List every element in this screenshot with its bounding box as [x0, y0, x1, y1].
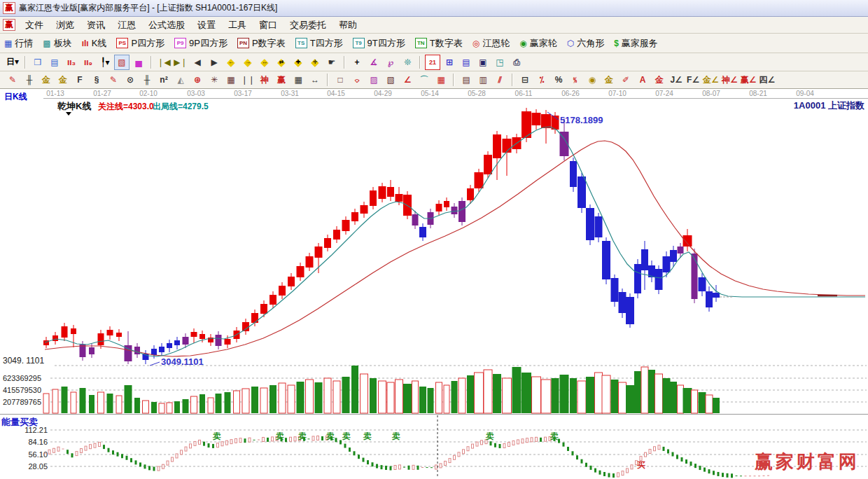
fibonacci-tool[interactable]: F	[72, 72, 88, 88]
angle-line-tool[interactable]: ∠	[400, 72, 415, 88]
spiral-tool[interactable]: §	[89, 72, 104, 88]
bars-3-icon[interactable]: ıı₃	[64, 55, 79, 70]
gann-grid-tool[interactable]: ╫	[22, 72, 37, 88]
percent-tool[interactable]: %	[551, 72, 566, 88]
zoom-in-button[interactable]: ✚	[290, 55, 306, 70]
width-measure-tool[interactable]: ↔	[307, 72, 323, 88]
kx-chart-icon[interactable]: ▧	[114, 55, 130, 70]
toolbar-button-label: 江恩轮	[482, 37, 510, 50]
mark-pencil-tool[interactable]: ✎	[106, 72, 121, 88]
time-grid-tool[interactable]: ▤	[458, 72, 474, 88]
gann-notes-button[interactable]: ℘	[383, 55, 398, 70]
toolbar-button-9P四方形[interactable]: P99P四方形	[174, 37, 227, 50]
percent-line-tool[interactable]: ⁒	[534, 72, 550, 88]
kline-type-selector[interactable]: 乾坤K线	[57, 100, 91, 113]
volume-histogram-icon[interactable]: ▅	[131, 55, 146, 70]
candle-style-dropdown[interactable]: ╿▾	[97, 55, 113, 70]
mark-tool[interactable]: ✐	[618, 72, 634, 88]
channel-tool[interactable]: ⫽	[492, 72, 507, 88]
square-of-nine-tool[interactable]: n²	[156, 72, 172, 88]
toolbar-button-赢家服务[interactable]: $赢家服务	[614, 37, 658, 50]
toolbar-button-T四方形[interactable]: TST四方形	[295, 37, 343, 50]
draw-pencil-tool[interactable]: ✎	[5, 72, 20, 88]
hand-tool-button[interactable]: ☛	[324, 55, 340, 70]
golden-price-tool[interactable]: 金	[55, 72, 71, 88]
kline-chart-canvas[interactable]: 01-1301-2702-1003-0303-1703-3104-1504-29…	[0, 89, 868, 479]
analysis-brain-button[interactable]: ❊	[400, 55, 415, 70]
ying-tool[interactable]: 赢	[274, 72, 289, 88]
box-pattern-tool[interactable]: ▨	[366, 72, 382, 88]
mirror-angle-tool[interactable]: ◭	[173, 72, 188, 88]
menu-item-window[interactable]: 窗口	[253, 17, 284, 34]
ying-angle-tool[interactable]: 赢∠	[740, 72, 757, 88]
angle-measure-button[interactable]: ∡	[366, 55, 382, 70]
nav-next-button[interactable]: ▶	[206, 55, 222, 70]
shen-tool[interactable]: 神	[257, 72, 272, 88]
save-button[interactable]: ▣	[475, 55, 491, 70]
nav-last-button[interactable]: ▶❘	[173, 55, 188, 70]
menu-item-trade[interactable]: 交易委托	[284, 17, 332, 34]
print-button[interactable]: ⎙	[509, 55, 524, 70]
percent-gold-tool[interactable]: ﹪	[568, 72, 583, 88]
gann-star-tool[interactable]: ✳	[206, 72, 222, 88]
menu-item-tools[interactable]: 工具	[222, 17, 253, 34]
gold-underline-tool[interactable]: 金	[601, 72, 617, 88]
calculator-button[interactable]: ⊞	[442, 55, 457, 70]
price-grid-tool[interactable]: ▦	[433, 72, 449, 88]
arc-tool[interactable]: ⌒	[416, 72, 432, 88]
rect-tool[interactable]: □	[332, 72, 348, 88]
crosshair-button[interactable]: +	[349, 55, 365, 70]
expand-h-button[interactable]: ↔	[257, 55, 272, 70]
pan-right-button[interactable]: →	[240, 55, 255, 70]
scale-tool[interactable]: ⊟	[517, 72, 533, 88]
box-pattern2-tool[interactable]: ▧	[383, 72, 398, 88]
toolbar-button-赢家轮[interactable]: ◉赢家轮	[519, 37, 556, 50]
notes-button[interactable]: ▤	[458, 55, 474, 70]
pan-left-button[interactable]: ←	[223, 55, 239, 70]
time-grid2-tool[interactable]: ▥	[475, 72, 491, 88]
toolbar-button-P四方形[interactable]: PSP四方形	[116, 37, 164, 50]
menu-item-news[interactable]: 资讯	[80, 17, 111, 34]
toolbar-button-六角形[interactable]: ⬡六角形	[567, 37, 604, 50]
ruler-123-tool[interactable]: ▦	[290, 72, 306, 88]
kline-type-dropdown-arrow[interactable]	[66, 112, 71, 116]
gold-circle-tool[interactable]: ◉	[584, 72, 600, 88]
gann-web-tool[interactable]: ▦	[223, 72, 239, 88]
parallel-lines-tool[interactable]: ❘❘	[240, 72, 255, 88]
export-web-button[interactable]: ◳	[492, 55, 507, 70]
toolbar-button-行情[interactable]: ▦行情	[4, 37, 33, 50]
fan-lines-tool[interactable]: ⌔	[349, 72, 365, 88]
toolbar-button-板块[interactable]: ▩板块	[43, 37, 71, 50]
menu-item-settings[interactable]: 设置	[191, 17, 222, 34]
circle-cross-tool[interactable]: ⊕	[190, 72, 205, 88]
a-line-tool[interactable]: A	[635, 72, 650, 88]
menu-item-file[interactable]: 文件	[19, 17, 50, 34]
toolbar-button-P数字表[interactable]: PNP数字表	[237, 37, 286, 50]
menu-item-formula-stock-pick[interactable]: 公式选股	[142, 17, 191, 34]
calendar-button[interactable]: 21	[425, 55, 440, 70]
si-angle-tool[interactable]: 四∠	[758, 72, 776, 88]
menu-item-browse[interactable]: 浏览	[50, 17, 80, 34]
nav-first-button[interactable]: ❘◀	[156, 55, 172, 70]
toolbar-button-T数字表[interactable]: TNT数字表	[415, 37, 463, 50]
shen-angle-tool[interactable]: 神∠	[721, 72, 738, 88]
period-day-dropdown[interactable]: 日▾	[5, 55, 20, 70]
compress-h-button[interactable]: ⇄	[274, 55, 289, 70]
toolbar-button-9T四方形[interactable]: T99T四方形	[353, 37, 405, 50]
zoom-out-button[interactable]: ✛	[307, 55, 323, 70]
info-panel-icon[interactable]: ▤	[47, 55, 62, 70]
gold-red-tool[interactable]: 金	[652, 72, 667, 88]
j-angle-tool[interactable]: J∠	[668, 72, 684, 88]
dense-grid-tool[interactable]: ╫	[139, 72, 155, 88]
menu-item-gann[interactable]: 江恩	[111, 17, 142, 34]
f-angle-tool[interactable]: F∠	[685, 72, 701, 88]
bars-9-icon[interactable]: ıı₉	[80, 55, 96, 70]
nav-prev-button[interactable]: ◀	[190, 55, 205, 70]
gold-angle-tool[interactable]: 金∠	[702, 72, 720, 88]
golden-section-tool[interactable]: 金	[38, 72, 54, 88]
toolbar-button-江恩轮[interactable]: ◎江恩轮	[472, 37, 510, 50]
menu-item-help[interactable]: 帮助	[332, 17, 363, 34]
gann-circle-tool[interactable]: ⊙	[122, 72, 138, 88]
chart-layout-icon[interactable]: ❒	[30, 55, 46, 70]
toolbar-button-K线[interactable]: ılıK线	[82, 37, 107, 50]
